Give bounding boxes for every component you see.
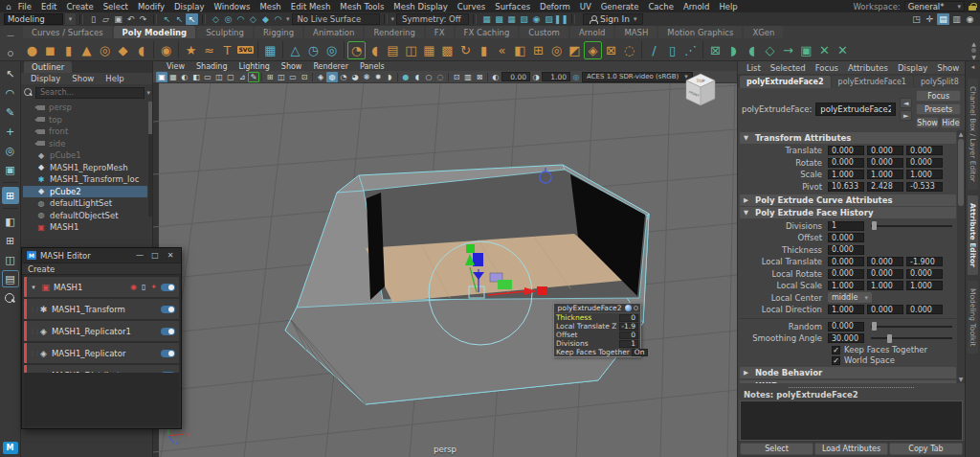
notes-textarea[interactable] bbox=[740, 400, 963, 441]
workspace-selector[interactable]: General* ▾ bbox=[904, 1, 965, 11]
slider-handle[interactable] bbox=[872, 322, 877, 331]
shelf-tab-custom[interactable]: Custom bbox=[520, 26, 568, 38]
outliner-panel-tab[interactable]: Outliner bbox=[24, 61, 72, 73]
ae-menu-selected[interactable]: Selected bbox=[766, 63, 811, 73]
mash-title-bar[interactable]: M MASH Editor — □ ✕ bbox=[22, 248, 181, 263]
motion-blur-icon[interactable]: ◗ bbox=[384, 72, 395, 82]
select-object-icon[interactable]: ↖ bbox=[173, 13, 186, 25]
mash-node-mash1-replicator1[interactable]: ⋮⋮◈MASH1_Replicator1 bbox=[24, 321, 179, 341]
chevron-down-icon[interactable]: ▾ bbox=[391, 15, 395, 23]
shelf-tab-motion-graphics[interactable]: Motion Graphics bbox=[658, 26, 742, 38]
chevron-down-icon[interactable]: ▾ bbox=[146, 89, 150, 97]
menu-arnold[interactable]: Arnold bbox=[679, 2, 715, 11]
undo-icon[interactable]: ↶ bbox=[124, 13, 137, 25]
hud-row-value[interactable]: 0 bbox=[619, 314, 638, 322]
remesh-icon[interactable]: ▣ bbox=[797, 41, 815, 59]
select-component-icon[interactable]: ↖ bbox=[186, 13, 198, 25]
camera-attributes-icon[interactable]: ⊿ bbox=[236, 72, 248, 82]
retopo-icon[interactable]: ▩ bbox=[438, 41, 457, 59]
ae-menu-show[interactable]: Show bbox=[932, 63, 964, 73]
zoom-layout-tool[interactable] bbox=[2, 289, 19, 307]
menu-file[interactable]: File bbox=[13, 2, 36, 11]
panel-layout-icon[interactable]: ◳ bbox=[910, 13, 923, 25]
delete-history-icon[interactable]: ✕ bbox=[834, 41, 852, 59]
shelf-tab-rigging[interactable]: Rigging bbox=[255, 26, 302, 38]
select-tool[interactable]: ↖ bbox=[2, 65, 19, 82]
viewport-menu-view[interactable]: View bbox=[161, 62, 190, 71]
select-hierarchy-icon[interactable]: ↖ bbox=[161, 13, 173, 25]
scroll-thumb[interactable] bbox=[971, 48, 976, 53]
attr-field[interactable]: -1.900 bbox=[906, 257, 943, 266]
curve-star-icon[interactable]: ★ bbox=[182, 41, 200, 59]
outliner-item-pcube2[interactable]: ◆pCube2 bbox=[23, 186, 147, 198]
copy-tab-button[interactable]: Copy Tab bbox=[889, 443, 963, 455]
poly-cylinder-icon[interactable]: ▮ bbox=[59, 41, 78, 59]
boolean-intersect-icon[interactable]: ◖ bbox=[743, 41, 761, 59]
hud-row-value[interactable]: 0 bbox=[619, 331, 638, 339]
shelf-scroll[interactable]: ▲ ▼ bbox=[969, 40, 978, 60]
drag-handle-icon[interactable]: ⋮⋮ bbox=[30, 350, 35, 356]
textured-icon[interactable]: ◔ bbox=[338, 72, 349, 82]
save-scene-icon[interactable]: ▣ bbox=[112, 13, 124, 25]
poly-sphere-icon[interactable]: ● bbox=[23, 41, 41, 59]
prev-node-icon[interactable]: ◄ bbox=[900, 98, 912, 108]
mash-network-icon[interactable]: ⊞ bbox=[2, 187, 19, 204]
attr-field[interactable]: 0.000 bbox=[828, 257, 864, 266]
scroll-thumb[interactable] bbox=[958, 139, 964, 206]
viewport-menu-renderer[interactable]: Renderer bbox=[307, 62, 354, 71]
film-gate-icon[interactable]: ▦ bbox=[167, 72, 179, 82]
section-header-node-behavior[interactable]: ▶Node Behavior bbox=[740, 367, 956, 378]
attr-field[interactable]: 0.000 bbox=[906, 158, 943, 168]
attr-field[interactable]: 0.000 bbox=[867, 269, 903, 279]
attr-field[interactable]: 0.000 bbox=[828, 233, 864, 242]
enable-toggle[interactable] bbox=[161, 350, 175, 357]
snap-grid-icon[interactable]: ◇ bbox=[210, 13, 222, 25]
attr-field[interactable]: 1.000 bbox=[906, 281, 943, 290]
bevel-icon[interactable]: « bbox=[493, 41, 511, 59]
gear-icon[interactable] bbox=[8, 51, 13, 57]
separate-icon[interactable]: ◫ bbox=[402, 41, 420, 59]
sequence-icon[interactable]: ▥ bbox=[462, 72, 474, 82]
dock-tab-modeling-toolkit[interactable]: Modeling Toolkit bbox=[968, 281, 978, 354]
dock-tab-attribute-editor[interactable]: Attribute Editor bbox=[968, 195, 978, 275]
attr-field[interactable]: 1.000 bbox=[828, 305, 864, 314]
scroll-up-icon[interactable]: ▲ bbox=[959, 130, 964, 138]
viewport-menu-shading[interactable]: Shading bbox=[190, 62, 234, 71]
maya-home-icon[interactable]: ⌂ bbox=[4, 2, 13, 11]
menu-edit-mesh[interactable]: Edit Mesh bbox=[286, 2, 336, 11]
expand-arrow-icon[interactable]: ▾ bbox=[30, 284, 37, 291]
slider-handle[interactable] bbox=[872, 221, 877, 230]
ipr-render-icon[interactable]: ▦ bbox=[505, 13, 518, 25]
minimize-icon[interactable]: — bbox=[134, 251, 145, 260]
isolate-select-icon[interactable]: ⊡ bbox=[299, 72, 310, 82]
show-button[interactable]: Show bbox=[916, 117, 939, 128]
menu-mesh-display[interactable]: Mesh Display bbox=[389, 2, 452, 11]
menu-set-selector[interactable]: Modeling bbox=[4, 13, 63, 25]
attr-field[interactable]: 1.000 bbox=[828, 281, 864, 290]
shelf-tab-animation[interactable]: Animation bbox=[304, 26, 363, 38]
menu-display[interactable]: Display bbox=[169, 2, 209, 11]
field-chart-icon[interactable]: ▭ bbox=[202, 72, 213, 82]
attribute-editor-toggle-icon[interactable]: ▤ bbox=[937, 13, 949, 25]
shelf-tab-curves-surfaces[interactable]: Curves / Surfaces bbox=[23, 26, 112, 38]
menu-help[interactable]: Help bbox=[714, 2, 742, 11]
ae-menu-display[interactable]: Display bbox=[893, 63, 932, 73]
viewport-menu-show[interactable]: Show bbox=[276, 62, 308, 71]
outliner-menu-show[interactable]: Show bbox=[66, 74, 100, 83]
enable-toggle[interactable] bbox=[161, 284, 175, 291]
outliner-item-defaultobjectset[interactable]: ◍defaultObjectSet bbox=[23, 210, 147, 222]
shelf-tab-sculpting[interactable]: Sculpting bbox=[197, 26, 253, 38]
type-tool-icon[interactable]: T bbox=[218, 41, 236, 59]
checkbox[interactable]: ✓ bbox=[832, 356, 840, 365]
image-plane-icon[interactable]: ⊞ bbox=[264, 72, 276, 82]
safe-action-icon[interactable]: ◫ bbox=[213, 72, 225, 82]
ae-menu-list[interactable]: List bbox=[742, 63, 766, 73]
outliner-item-persp[interactable]: persp bbox=[23, 102, 147, 114]
menu-deform[interactable]: Deform bbox=[535, 2, 575, 11]
ae-tab-polyextrudeface2[interactable]: polyExtrudeFace2 bbox=[740, 76, 831, 88]
render-view-icon[interactable]: ▦ bbox=[480, 13, 493, 25]
shelf-tab-rendering[interactable]: Rendering bbox=[365, 26, 423, 38]
mash-create-menu[interactable]: Create bbox=[22, 263, 181, 275]
two-d-pan-icon[interactable]: ◫ bbox=[276, 72, 287, 82]
shelf-menu-icon[interactable]: — bbox=[7, 32, 14, 40]
